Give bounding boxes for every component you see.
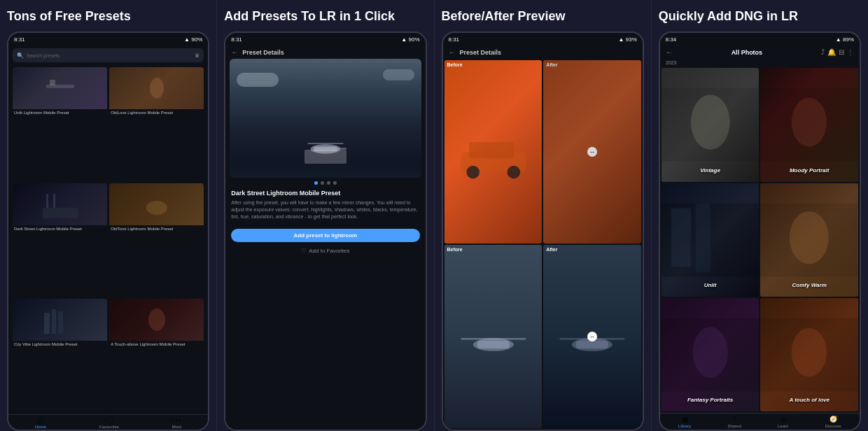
preset-label-comfy: Comfy Warm — [760, 282, 858, 288]
svg-point-43 — [792, 328, 827, 377]
svg-rect-29 — [576, 341, 609, 349]
svg-rect-8 — [53, 194, 55, 208]
search-bar[interactable]: 🔍 Search presets ♛ — [13, 48, 204, 62]
svg-point-10 — [146, 201, 167, 215]
dng-header: ← All Photos ⤴ 🔔 ⊟ ⋮ — [660, 45, 860, 59]
crown-icon: ♛ — [195, 52, 200, 59]
nav-item-more[interactable]: ⋯ More — [172, 416, 182, 429]
nav-label-shared: Shared — [727, 424, 741, 428]
screen-content-4: ← All Photos ⤴ 🔔 ⊟ ⋮ 2023 — [660, 45, 860, 413]
phone-mockup-1: 8:31 ▲ 90% 🔍 Search presets ♛ — [7, 31, 209, 431]
list-item[interactable]: Vintage — [662, 68, 760, 181]
svg-rect-18 — [314, 147, 337, 152]
vintage-photo — [662, 68, 760, 181]
nav-label-home: Home — [35, 425, 46, 429]
home-icon: ⌂ — [36, 416, 45, 424]
svg-rect-26 — [477, 341, 510, 349]
moody-photo — [760, 68, 858, 181]
phone-mockup-4: 8:34 ▲ 89% ← All Photos ⤴ 🔔 ⊟ ⋮ — [659, 31, 861, 431]
list-item[interactable]: Comfy Warm — [760, 183, 858, 297]
add-favorite-button[interactable]: ♡ Add to Favorites — [225, 248, 425, 254]
before-label-2: Before — [447, 247, 463, 252]
preset-label-unlit: Unlit — [662, 282, 760, 288]
status-bar-2: 8:31 ▲ 90% — [225, 33, 425, 45]
touch-photo — [760, 298, 858, 411]
status-signal-3: ▲ 93% — [619, 36, 637, 43]
preset-label: OldLove Lightroom Mobile Preset — [109, 109, 204, 117]
list-item[interactable]: Moody Portrait — [760, 68, 858, 181]
search-placeholder: Search presets — [27, 53, 59, 58]
svg-rect-20 — [307, 143, 343, 145]
divider-handle-1[interactable]: ↔ — [587, 147, 597, 157]
status-bar-3: 8:31 ▲ 93% — [443, 33, 643, 45]
menu-icon: ⋮ — [847, 48, 854, 56]
svg-point-32 — [691, 95, 730, 150]
dng-header-title: All Photos — [732, 49, 763, 56]
before-cell-1: Before — [444, 60, 542, 243]
svg-point-41 — [692, 327, 727, 378]
back-button-4[interactable]: ← — [666, 48, 673, 56]
svg-rect-13 — [52, 309, 56, 334]
before-after-grid: Before After ↔ — [443, 59, 643, 430]
preset-thumbnail — [13, 299, 107, 341]
dng-screen: ← All Photos ⤴ 🔔 ⊟ ⋮ 2023 — [660, 45, 860, 413]
dng-year: 2023 — [660, 59, 860, 66]
feature-before-after: Before/After Preview 8:31 ▲ 93% ← Preset… — [435, 0, 652, 431]
nav-item-shared[interactable]: ⤴ Shared — [727, 415, 741, 428]
dots-indicator — [225, 178, 425, 187]
nav-label-more: More — [172, 425, 182, 429]
list-item[interactable]: OldLove Lightroom Mobile Preset — [109, 67, 204, 123]
list-item[interactable]: City Vibe Lightroom Mobile Preset — [13, 299, 107, 355]
feature-free-presets: Tons of Free Presets 8:31 ▲ 90% 🔍 Search… — [0, 0, 217, 431]
list-item[interactable]: Unlit Lightroom Mobile Preset — [13, 67, 107, 123]
svg-point-4 — [150, 78, 164, 99]
status-bar-1: 8:31 ▲ 90% — [8, 33, 208, 45]
preset-details-screen: ← Preset Details — [225, 45, 425, 430]
list-item[interactable]: A Touch-above Lightroom Mobile Preset — [109, 299, 204, 355]
dot-4 — [333, 181, 337, 185]
svg-rect-36 — [671, 208, 691, 267]
back-button-3[interactable]: ← — [449, 48, 456, 56]
list-item[interactable]: Fantasy Portraits — [662, 298, 760, 411]
svg-rect-12 — [44, 313, 50, 334]
nav-item-learn[interactable]: ◎ Learn — [778, 415, 788, 428]
library-icon: ▦ — [680, 415, 689, 423]
bell-icon: 🔔 — [827, 48, 836, 56]
preset-label: A Touch-above Lightroom Mobile Preset — [109, 341, 204, 348]
nav-item-discover[interactable]: 🧭 Discover — [825, 415, 841, 428]
filter-icon: ⊟ — [839, 48, 844, 56]
nav-item-library[interactable]: ▦ Library — [678, 415, 691, 428]
preset-label: Unlit Lightroom Mobile Preset — [13, 109, 107, 117]
presets-screen: 🔍 Search presets ♛ — [8, 45, 208, 414]
preset-label-moody: Moody Portrait — [760, 167, 858, 174]
nav-item-home[interactable]: ⌂ Home — [35, 416, 46, 429]
svg-rect-6 — [43, 208, 78, 218]
discover-icon: 🧭 — [829, 415, 837, 423]
preset-label-fantasy: Fantasy Portraits — [662, 397, 760, 403]
unlit-photo — [662, 183, 760, 297]
back-button-2[interactable]: ← — [231, 48, 238, 56]
nav-label-library: Library — [678, 424, 691, 428]
preset-thumbnail — [109, 67, 204, 109]
screen-content-2: ← Preset Details — [225, 45, 425, 430]
feature-title-3: Before/After Preview — [442, 8, 644, 24]
preset-label: City Vibe Lightroom Mobile Preset — [13, 341, 107, 348]
list-item[interactable]: A touch of love — [760, 298, 858, 411]
nav-item-favourites[interactable]: ♡ Favourites — [99, 416, 119, 429]
status-signal-2: ▲ 90% — [401, 36, 419, 43]
feature-add-presets: Add Presets To LR in 1 Click 8:31 ▲ 90% … — [217, 0, 434, 431]
preset-name: Dark Street Lightroom Mobile Preset — [231, 190, 419, 197]
preset-hero-image — [230, 59, 421, 178]
list-item[interactable]: Dark Street Lightroom Mobile Preset — [13, 183, 107, 239]
divider-handle-2[interactable]: ↔ — [587, 332, 597, 341]
svg-rect-22 — [468, 142, 513, 158]
helicopter-svg — [301, 136, 350, 157]
list-item[interactable]: OldTone Lightroom Mobile Preset — [109, 183, 204, 239]
list-item[interactable]: Unlit — [662, 183, 760, 297]
add-preset-button[interactable]: Add preset to lightroom — [231, 229, 419, 242]
svg-rect-19 — [337, 148, 346, 150]
nav-label-learn: Learn — [778, 424, 788, 428]
preset-thumbnail — [109, 183, 204, 225]
cloud-decoration-2 — [383, 69, 414, 80]
preset-description: After using the preset, you will have to… — [231, 199, 419, 220]
